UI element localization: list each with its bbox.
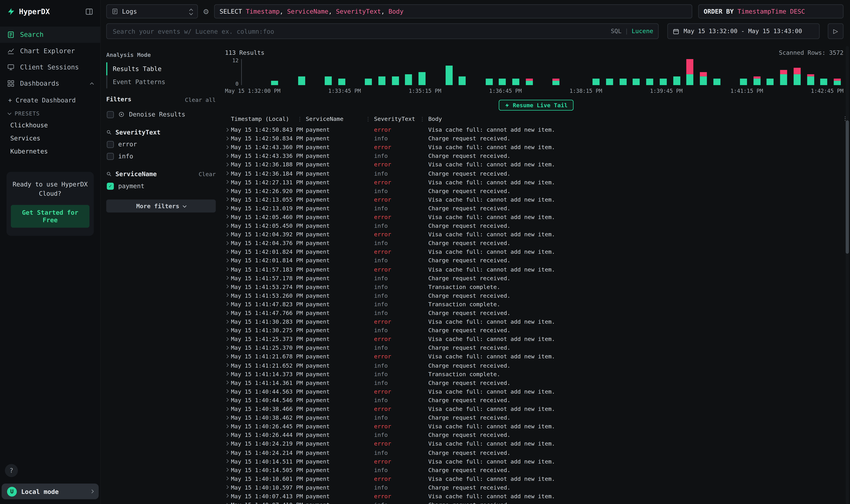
row-expand-chevron-icon[interactable] (222, 364, 231, 366)
row-expand-chevron-icon[interactable] (222, 276, 231, 280)
histogram-bar[interactable] (553, 79, 559, 85)
row-expand-chevron-icon[interactable] (222, 172, 231, 175)
row-expand-chevron-icon[interactable] (222, 259, 231, 262)
table-row[interactable]: May 15 1:42:43.336 PMpaymentinfoCharge r… (222, 151, 850, 160)
table-row[interactable]: May 15 1:41:57.178 PMpaymentinfoCharge r… (222, 273, 850, 282)
histogram-bar[interactable] (619, 79, 627, 85)
histogram-bar[interactable] (512, 79, 519, 85)
row-expand-chevron-icon[interactable] (222, 494, 231, 497)
row-expand-chevron-icon[interactable] (222, 146, 231, 148)
filter-option-payment[interactable]: ✓ payment (106, 180, 216, 192)
scrollbar-track[interactable] (846, 46, 849, 504)
col-header-body[interactable]: Body (428, 115, 840, 122)
row-expand-chevron-icon[interactable] (222, 346, 231, 349)
run-query-button[interactable]: ▷ (828, 23, 844, 39)
histogram-bar[interactable] (740, 79, 747, 85)
table-row[interactable]: May 15 1:40:24.214 PMpaymentinfoCharge r… (222, 448, 850, 457)
row-expand-chevron-icon[interactable] (222, 224, 231, 227)
select-clause-input[interactable]: SELECT Timestamp, ServiceName, SeverityT… (214, 4, 692, 18)
table-row[interactable]: May 15 1:40:38.462 PMpaymentinfoCharge r… (222, 413, 850, 422)
row-expand-chevron-icon[interactable] (222, 242, 231, 245)
table-row[interactable]: May 15 1:40:26.444 PMpaymentinfoCharge r… (222, 431, 850, 439)
mode-results-table[interactable]: Results Table (106, 62, 216, 75)
table-row[interactable]: May 15 1:41:21.678 PMpaymenterrorVisa ca… (222, 352, 850, 361)
table-row[interactable]: May 15 1:42:01.824 PMpaymenterrorVisa ca… (222, 247, 850, 256)
table-row[interactable]: May 15 1:42:36.184 PMpaymentinfoCharge r… (222, 169, 850, 178)
histogram-bar[interactable] (820, 79, 827, 85)
info-checkbox[interactable] (107, 152, 114, 160)
source-select[interactable]: Logs (106, 4, 198, 18)
denoise-checkbox[interactable] (107, 111, 114, 118)
preset-item-kubernetes[interactable]: Kubernetes (0, 145, 100, 158)
row-expand-chevron-icon[interactable] (222, 233, 231, 236)
histogram-bar[interactable] (338, 79, 345, 85)
histogram-bar[interactable] (633, 79, 640, 85)
histogram-bar[interactable] (686, 59, 693, 85)
col-header-timestamp[interactable]: Timestamp (Local)⋮ (231, 115, 306, 122)
histogram-bar[interactable] (834, 79, 841, 85)
histogram-bar[interactable] (606, 79, 613, 85)
sidebar-item-dashboards[interactable]: Dashboards (0, 75, 100, 92)
histogram-bar[interactable] (713, 79, 720, 85)
filter-option-error[interactable]: error (106, 138, 216, 150)
resume-live-tail-button[interactable]: Resume Live Tail (499, 100, 574, 111)
histogram-bar[interactable] (753, 76, 760, 85)
row-expand-chevron-icon[interactable] (222, 198, 231, 201)
column-resize-handle-icon[interactable]: ⋮ (365, 116, 374, 122)
search-input[interactable] (112, 27, 607, 36)
table-row[interactable]: May 15 1:42:13.019 PMpaymentinfoCharge r… (222, 204, 850, 212)
clear-all-button[interactable]: Clear all (185, 96, 216, 103)
table-row[interactable]: May 15 1:41:57.183 PMpaymenterrorVisa ca… (222, 265, 850, 273)
histogram-bar[interactable] (325, 76, 332, 85)
histogram-bar[interactable] (767, 79, 774, 85)
source-settings-gear-icon[interactable]: ⚙ (201, 7, 211, 16)
row-expand-chevron-icon[interactable] (222, 294, 231, 297)
col-header-servicename[interactable]: ServiceName⋮ (306, 115, 374, 122)
row-expand-chevron-icon[interactable] (222, 390, 231, 393)
sidebar-item-search[interactable]: Search (0, 26, 100, 43)
row-expand-chevron-icon[interactable] (222, 355, 231, 358)
row-expand-chevron-icon[interactable] (222, 425, 231, 428)
table-row[interactable]: May 15 1:42:43.360 PMpaymenterrorVisa ca… (222, 143, 850, 151)
row-expand-chevron-icon[interactable] (222, 128, 231, 131)
table-row[interactable]: May 15 1:42:27.131 PMpaymenterrorVisa ca… (222, 178, 850, 186)
histogram-bar[interactable] (405, 74, 412, 85)
row-expand-chevron-icon[interactable] (222, 408, 231, 410)
table-row[interactable]: May 15 1:40:10.597 PMpaymentinfoCharge r… (222, 483, 850, 492)
table-row[interactable]: May 15 1:40:14.511 PMpaymenterrorVisa ca… (222, 457, 850, 466)
row-expand-chevron-icon[interactable] (222, 285, 231, 288)
table-row[interactable]: May 15 1:41:47.766 PMpaymentinfoCharge r… (222, 308, 850, 317)
row-expand-chevron-icon[interactable] (222, 416, 231, 419)
row-expand-chevron-icon[interactable] (222, 268, 231, 271)
sidebar-item-chart-explorer[interactable]: Chart Explorer (0, 43, 100, 59)
histogram-bar[interactable] (807, 74, 814, 85)
row-expand-chevron-icon[interactable] (222, 381, 231, 384)
row-expand-chevron-icon[interactable] (222, 189, 231, 192)
histogram-bar[interactable] (392, 76, 399, 85)
table-row[interactable]: May 15 1:42:04.392 PMpaymenterrorVisa ca… (222, 230, 850, 238)
table-row[interactable]: May 15 1:41:25.373 PMpaymenterrorVisa ca… (222, 335, 850, 343)
table-row[interactable]: May 15 1:42:04.376 PMpaymentinfoCharge r… (222, 238, 850, 247)
histogram-bar[interactable] (459, 76, 466, 85)
table-row[interactable]: May 15 1:41:53.274 PMpaymentinfoTransact… (222, 282, 850, 291)
row-expand-chevron-icon[interactable] (222, 154, 231, 157)
clear-group-button[interactable]: Clear (199, 171, 216, 177)
denoise-option[interactable]: Denoise Results (106, 108, 216, 120)
histogram-bar[interactable] (673, 76, 680, 85)
app-logo[interactable]: HyperDX (7, 7, 50, 16)
sql-mode-button[interactable]: SQL (611, 28, 621, 35)
local-mode-menu[interactable]: U Local mode (2, 484, 98, 499)
collapse-sidebar-icon[interactable] (85, 7, 93, 16)
histogram-bar[interactable] (526, 79, 532, 85)
row-expand-chevron-icon[interactable] (222, 434, 231, 436)
column-resize-handle-icon[interactable]: ⋮ (420, 116, 428, 122)
table-row[interactable]: May 15 1:41:30.275 PMpaymentinfoCharge r… (222, 326, 850, 335)
get-started-button[interactable]: Get Started for Free (11, 204, 89, 228)
create-dashboard-button[interactable]: + Create Dashboard (0, 92, 100, 107)
row-expand-chevron-icon[interactable] (222, 399, 231, 401)
table-row[interactable]: May 15 1:40:24.219 PMpaymenterrorVisa ca… (222, 439, 850, 448)
row-expand-chevron-icon[interactable] (222, 329, 231, 332)
sidebar-item-client-sessions[interactable]: Client Sessions (0, 59, 100, 75)
help-button[interactable]: ? (5, 464, 18, 477)
table-row[interactable]: May 15 1:41:14.373 PMpaymentinfoTransact… (222, 370, 850, 378)
